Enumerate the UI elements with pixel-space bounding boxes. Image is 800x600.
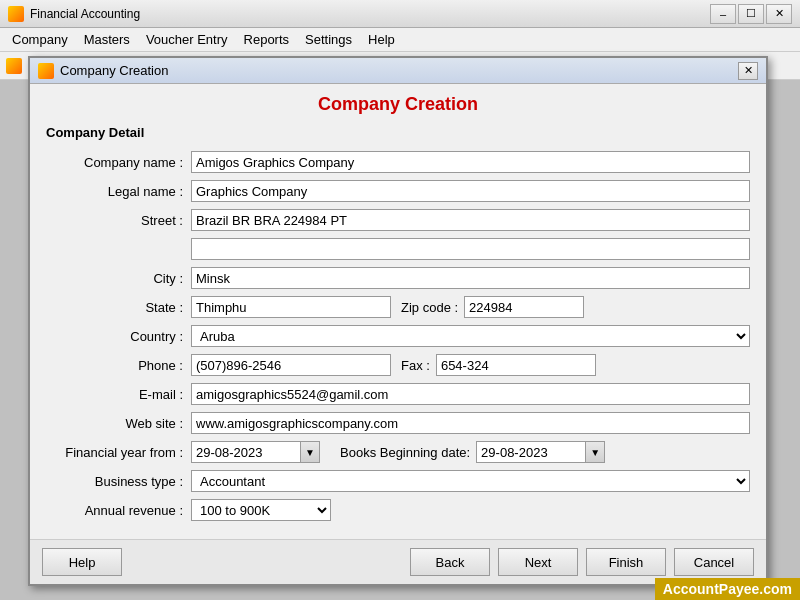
books-begin-input[interactable]: [476, 441, 586, 463]
menu-bar: Company Masters Voucher Entry Reports Se…: [0, 28, 800, 52]
business-type-select[interactable]: Accountant Retail: [191, 470, 750, 492]
watermark: AccountPayee.com: [655, 578, 800, 600]
street-row: Street :: [46, 208, 750, 232]
legal-name-row: Legal name :: [46, 179, 750, 203]
phone-fax-row: Phone : Fax :: [46, 353, 750, 377]
state-input[interactable]: [191, 296, 391, 318]
menu-company[interactable]: Company: [4, 30, 76, 49]
country-select[interactable]: Aruba Afghanistan: [191, 325, 750, 347]
finish-button[interactable]: Finish: [586, 548, 666, 576]
title-bar: Financial Accounting – ☐ ✕: [0, 0, 800, 28]
business-type-label: Business type :: [46, 474, 191, 489]
fy-from-label: Financial year from :: [46, 445, 191, 460]
city-row: City :: [46, 266, 750, 290]
dialog-title: Company Creation: [60, 63, 168, 78]
maximize-button[interactable]: ☐: [738, 4, 764, 24]
country-label: Country :: [46, 329, 191, 344]
menu-masters[interactable]: Masters: [76, 30, 138, 49]
website-label: Web site :: [46, 416, 191, 431]
city-input[interactable]: [191, 267, 750, 289]
fy-row: Financial year from : ▼ Books Beginning …: [46, 440, 750, 464]
dialog-titlebar: Company Creation ✕: [30, 58, 766, 84]
menu-voucher-entry[interactable]: Voucher Entry: [138, 30, 236, 49]
company-name-input[interactable]: [191, 151, 750, 173]
email-input[interactable]: [191, 383, 750, 405]
country-row: Country : Aruba Afghanistan: [46, 324, 750, 348]
books-begin-calendar-button[interactable]: ▼: [585, 441, 605, 463]
street2-input[interactable]: [191, 238, 750, 260]
annual-revenue-select[interactable]: 100 to 900K 1M to 10M 10M+: [191, 499, 331, 521]
legal-name-label: Legal name :: [46, 184, 191, 199]
city-label: City :: [46, 271, 191, 286]
toolbar-icon: [6, 58, 22, 74]
phone-input[interactable]: [191, 354, 391, 376]
zipcode-input[interactable]: [464, 296, 584, 318]
zipcode-label: Zip code :: [391, 300, 464, 315]
business-type-row: Business type : Accountant Retail: [46, 469, 750, 493]
street2-row: [46, 237, 750, 261]
company-name-row: Company name :: [46, 150, 750, 174]
state-label: State :: [46, 300, 191, 315]
street-input[interactable]: [191, 209, 750, 231]
website-row: Web site :: [46, 411, 750, 435]
dialog-icon: [38, 63, 54, 79]
fy-from-input[interactable]: [191, 441, 301, 463]
fax-input[interactable]: [436, 354, 596, 376]
help-button[interactable]: Help: [42, 548, 122, 576]
books-begin-label: Books Beginning date:: [320, 445, 476, 460]
form-area: Company name : Legal name : Street : Cit…: [30, 146, 766, 535]
close-button[interactable]: ✕: [766, 4, 792, 24]
email-label: E-mail :: [46, 387, 191, 402]
state-zip-row: State : Zip code :: [46, 295, 750, 319]
minimize-button[interactable]: –: [710, 4, 736, 24]
app-title: Financial Accounting: [30, 7, 140, 21]
dialog-heading: Company Creation: [30, 84, 766, 121]
back-button[interactable]: Back: [410, 548, 490, 576]
fy-from-calendar-button[interactable]: ▼: [300, 441, 320, 463]
section-label: Company Detail: [30, 121, 766, 146]
app-icon: [8, 6, 24, 22]
legal-name-input[interactable]: [191, 180, 750, 202]
annual-revenue-row: Annual revenue : 100 to 900K 1M to 10M 1…: [46, 498, 750, 522]
website-input[interactable]: [191, 412, 750, 434]
company-creation-dialog: Company Creation ✕ Company Creation Comp…: [28, 56, 768, 586]
cancel-button[interactable]: Cancel: [674, 548, 754, 576]
menu-reports[interactable]: Reports: [236, 30, 298, 49]
menu-settings[interactable]: Settings: [297, 30, 360, 49]
menu-help[interactable]: Help: [360, 30, 403, 49]
street-label: Street :: [46, 213, 191, 228]
email-row: E-mail :: [46, 382, 750, 406]
dialog-close-button[interactable]: ✕: [738, 62, 758, 80]
company-name-label: Company name :: [46, 155, 191, 170]
next-button[interactable]: Next: [498, 548, 578, 576]
fax-label: Fax :: [391, 358, 436, 373]
phone-label: Phone :: [46, 358, 191, 373]
title-controls: – ☐ ✕: [710, 4, 792, 24]
annual-revenue-label: Annual revenue :: [46, 503, 191, 518]
